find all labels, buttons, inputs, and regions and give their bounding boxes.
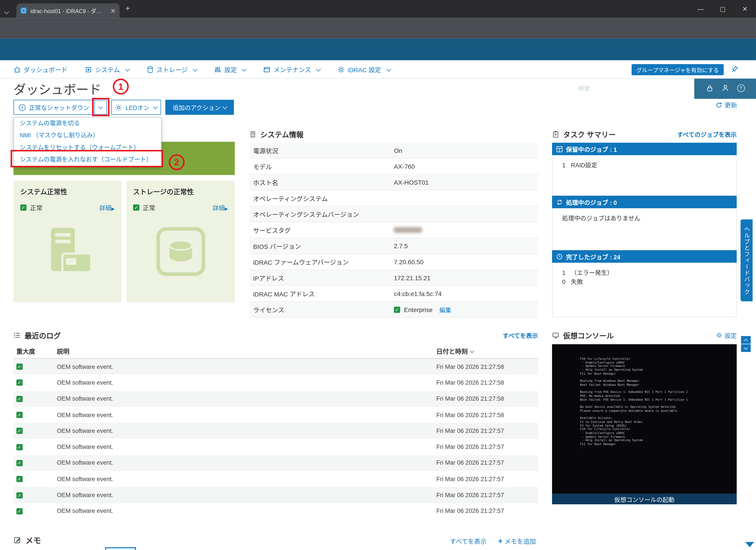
recent-logs-panel: 最近のログ すべてを表示 重大度 説明 日付と時刻 ✓OEM software …: [14, 328, 538, 519]
task-section: 完了したジョブ : 241（エラー発生）0失敗: [552, 250, 737, 317]
nav-item-idrac-settings[interactable]: iDRAC 設定: [338, 65, 390, 74]
annotation-step-1: 1: [113, 79, 129, 95]
log-description: OEM software event.: [54, 492, 436, 498]
ok-status-icon: ✓: [16, 508, 23, 514]
log-row[interactable]: ✓OEM software event.Fri Mar 06 2026 21:2…: [14, 471, 538, 487]
license-edit-link[interactable]: 編集: [439, 305, 451, 314]
window-maximize-button[interactable]: ▢: [712, 0, 734, 18]
log-row[interactable]: ✓OEM software event.Fri Mar 06 2026 21:2…: [14, 375, 538, 391]
ok-status-icon: ✓: [16, 476, 23, 482]
search-icon[interactable]: [678, 84, 685, 92]
system-info-row: オペレーティングシステム: [249, 190, 538, 206]
log-row[interactable]: ✓OEM software event.Fri Mar 06 2026 21:2…: [14, 359, 538, 375]
log-datetime: Fri Mar 06 2026 21:27:57: [436, 460, 538, 466]
system-info-value: 2.7.5: [394, 242, 408, 250]
scroll-down-arrow-icon[interactable]: [745, 542, 754, 547]
log-datetime: Fri Mar 06 2026 21:27:58: [436, 396, 538, 402]
refresh-icon: [716, 102, 722, 108]
tab-close-icon[interactable]: ✕: [110, 7, 116, 14]
graceful-shutdown-button[interactable]: i 正常なシャットダウン: [14, 103, 94, 112]
header-icon-group: ?: [694, 77, 756, 99]
console-preview[interactable]: F10 for Lifecycle Controller - Enable/Co…: [552, 344, 737, 494]
help-feedback-tab[interactable]: ヘルプとフィードバック: [741, 219, 753, 301]
ok-status-icon: ✓: [394, 306, 400, 313]
ok-status-icon: ✓: [16, 444, 23, 450]
power-menu-item[interactable]: NMI （マスクなし割り込み）: [14, 130, 161, 142]
system-info-row: オペレーティングシステムバージョン: [249, 206, 538, 222]
pending-jobs-icon: [556, 146, 563, 152]
new-tab-button[interactable]: +: [125, 4, 130, 13]
log-datetime: Fri Mar 06 2026 21:27:58: [436, 379, 538, 386]
annotation-box-2: [11, 150, 163, 167]
window-close-button[interactable]: ✕: [734, 0, 756, 18]
console-settings-link[interactable]: 設定: [716, 330, 737, 340]
storage-icon: [146, 66, 154, 73]
refresh-link[interactable]: 更新: [716, 100, 737, 109]
nav-item-system[interactable]: システム: [85, 65, 129, 74]
add-note-link[interactable]: +メモを追加: [498, 537, 536, 546]
window-minimize-button[interactable]: —: [690, 0, 712, 18]
log-row[interactable]: ✓OEM software event.Fri Mar 06 2026 21:2…: [14, 407, 538, 423]
browser-toolbar: ✕ 保護されていない通信 https://172.21.15.21/restgu…: [0, 18, 756, 38]
log-row[interactable]: ✓OEM software event.Fri Mar 06 2026 21:2…: [14, 487, 538, 503]
log-table-header: 重大度 説明 日付と時刻: [14, 344, 538, 359]
more-actions-button[interactable]: 追加のアクション: [165, 100, 234, 115]
system-info-value: AX-760: [394, 163, 415, 170]
chevron-down-icon: [153, 104, 158, 109]
help-icon[interactable]: ?: [737, 84, 745, 92]
nav-item-dashboard[interactable]: ダッシュボード: [14, 65, 68, 74]
running-jobs-icon: [556, 199, 563, 205]
browser-tab[interactable]: idrac-host01 - iDRAC9 - ダッシュ... ✕: [16, 3, 120, 18]
system-info-panel: システム情報 電源状況OnモデルAX-760ホスト名AX-HOST01オペレーテ…: [249, 127, 538, 318]
nav-item-settings[interactable]: 設定: [214, 65, 246, 74]
chevron-up-icon[interactable]: [741, 336, 751, 344]
system-info-label: BIOS バージョン: [249, 241, 394, 250]
view-all-logs-link[interactable]: すべてを表示: [503, 330, 538, 340]
completed-jobs-icon: [556, 253, 563, 260]
log-row[interactable]: ✓OEM software event.Fri Mar 06 2026 21:2…: [14, 439, 538, 455]
system-health-details-link[interactable]: 詳細▶: [99, 203, 115, 212]
view-all-notes-link[interactable]: すべてを表示: [450, 537, 487, 546]
tab-list-chevron-icon[interactable]: [5, 7, 8, 15]
log-row[interactable]: ✓OEM software event.Fri Mar 06 2026 21:2…: [14, 503, 538, 519]
system-info-label: ライセンス: [249, 305, 394, 314]
log-description: OEM software event.: [54, 444, 436, 450]
monitor-icon: [552, 332, 559, 339]
nav-item-maintenance[interactable]: メンテナンス: [263, 65, 320, 74]
log-row[interactable]: ✓OEM software event.Fri Mar 06 2026 21:2…: [14, 455, 538, 471]
main-navigation: ダッシュボードシステムストレージ設定メンテナンスiDRAC 設定 グループマネー…: [0, 60, 756, 78]
system-info-value: On: [394, 147, 402, 154]
page-title: ダッシュボード: [14, 80, 101, 97]
user-icon[interactable]: [721, 84, 729, 92]
nav-item-storage[interactable]: ストレージ: [146, 65, 197, 74]
card-title: システム正常性: [20, 187, 115, 196]
system-health-card: システム正常性 ✓ 正常 詳細▶: [14, 181, 122, 302]
log-row[interactable]: ✓OEM software event.Fri Mar 06 2026 21:2…: [14, 423, 538, 439]
system-info-label: オペレーティングシステムバージョン: [249, 210, 394, 219]
ok-status-icon: ✓: [16, 428, 23, 434]
chevron-down-icon: [470, 349, 474, 353]
log-datetime: Fri Mar 06 2026 21:27:58: [436, 363, 538, 370]
task-section-header: 保留中のジョブ : 1: [552, 143, 737, 155]
task-sections: 保留中のジョブ : 11RAID設定処理中のジョブ : 0処理中のジョブはありま…: [552, 143, 737, 317]
storage-health-details-link[interactable]: 詳細▶: [213, 203, 228, 212]
launch-console-button[interactable]: 仮想コンソールの起動: [552, 494, 737, 504]
pin-icon[interactable]: [731, 65, 739, 73]
ok-status-icon: ✓: [16, 412, 23, 418]
led-on-button[interactable]: LEDオン: [111, 100, 161, 115]
search-input[interactable]: 検索: [573, 80, 690, 95]
log-description: OEM software event.: [54, 460, 436, 466]
lock-icon[interactable]: [706, 84, 713, 92]
power-actions-row: i 正常なシャットダウン LEDオン 追加のアクション: [14, 100, 234, 115]
ok-status-icon: ✓: [133, 204, 139, 211]
col-datetime[interactable]: 日付と時刻: [436, 347, 538, 356]
chevron-down-icon: [386, 67, 391, 71]
view-all-jobs-link[interactable]: すべてのジョブを表示: [677, 130, 737, 139]
power-menu-item[interactable]: システムの電源を切る: [14, 118, 161, 130]
chevron-down-icon[interactable]: [741, 344, 751, 352]
notes-section-header: メモ: [14, 534, 41, 546]
system-info-row: 電源状況On: [249, 143, 538, 159]
system-info-value: [394, 227, 422, 233]
log-row[interactable]: ✓OEM software event.Fri Mar 06 2026 21:2…: [14, 391, 538, 407]
enable-group-manager-button[interactable]: グループマネージャを有効にする: [632, 64, 724, 75]
